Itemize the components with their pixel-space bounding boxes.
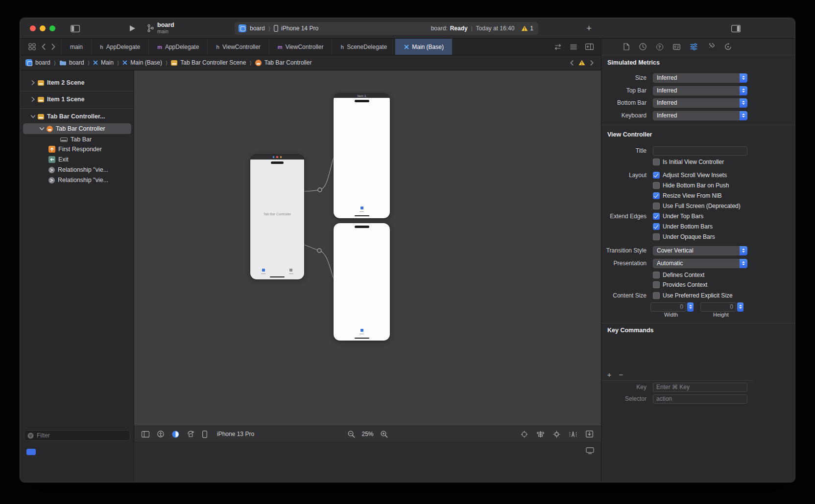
file-inspector-icon[interactable] — [623, 43, 629, 50]
jumpbar-item-storyboard-base[interactable]: Main (Base) — [122, 59, 162, 66]
disclosure-icon[interactable] — [31, 114, 35, 119]
scene-dock[interactable] — [250, 155, 304, 160]
tab-main-base[interactable]: Main (Base) — [395, 39, 452, 55]
tab-overview-icon[interactable] — [28, 43, 36, 50]
previous-issue-icon[interactable] — [570, 60, 574, 66]
jumpbar-item-storyboard[interactable]: Main — [93, 59, 114, 66]
resolve-autolayout-icon[interactable] — [569, 431, 577, 437]
appearance-variants-icon[interactable] — [172, 431, 179, 438]
activity-status-pill[interactable]: board ⟩ iPhone 14 Pro board: Ready | Tod… — [235, 22, 538, 35]
jumpbar-item-folder[interactable]: board — [59, 59, 84, 66]
disclosure-icon[interactable] — [31, 97, 35, 102]
zoom-out-icon[interactable] — [347, 431, 355, 438]
tab-main[interactable]: main — [61, 39, 91, 55]
outline-tab-bar-controller[interactable]: Tab Bar Controller — [20, 124, 134, 134]
under-bottom-bars-checkbox[interactable] — [653, 223, 660, 230]
top-bar-dropdown[interactable]: Inferred — [653, 86, 747, 95]
back-icon[interactable] — [42, 44, 46, 50]
fullscreen-window-button[interactable] — [49, 25, 55, 31]
is-initial-checkbox[interactable] — [653, 159, 660, 165]
outline-filter-field[interactable] — [24, 430, 130, 441]
scene-item-2-view-controller[interactable] — [334, 223, 390, 341]
toggle-inspector-icon[interactable] — [731, 25, 741, 32]
attributes-inspector-icon[interactable] — [690, 43, 697, 50]
disclosure-icon[interactable] — [31, 80, 35, 85]
provides-context-checkbox[interactable] — [653, 281, 660, 288]
outline-tab-bar[interactable]: Tab Bar — [20, 135, 134, 144]
jumpbar-item-scene[interactable]: Tab Bar Controller Scene — [171, 59, 246, 66]
tab-viewcontroller-h[interactable]: hViewController — [207, 39, 269, 55]
height-stepper[interactable] — [737, 302, 743, 312]
zoom-in-icon[interactable] — [381, 431, 388, 438]
hide-bottom-bar-checkbox[interactable] — [653, 182, 660, 189]
toggle-navigator-icon[interactable] — [71, 25, 80, 32]
presentation-dropdown[interactable]: Automatic — [653, 259, 747, 268]
defines-context-checkbox[interactable] — [653, 272, 660, 278]
jumpbar-item-project[interactable]: board — [25, 59, 50, 66]
history-inspector-icon[interactable] — [639, 43, 647, 50]
active-filter-toggle[interactable] — [26, 449, 36, 455]
exit-dot-icon[interactable] — [280, 156, 282, 158]
close-window-button[interactable] — [30, 25, 36, 31]
outline-item-1-scene[interactable]: Item 1 Scene — [20, 94, 134, 104]
toggle-outline-icon[interactable] — [142, 431, 149, 437]
update-frames-icon[interactable] — [521, 431, 528, 438]
keyboard-dropdown[interactable]: Inferred — [653, 111, 747, 120]
explicit-size-checkbox[interactable] — [653, 292, 660, 299]
destination-project[interactable]: board — [250, 25, 265, 32]
disclosure-icon[interactable] — [40, 126, 44, 131]
destination-device[interactable]: iPhone 14 Pro — [281, 25, 318, 32]
issue-warning-icon[interactable] — [578, 60, 585, 66]
tab-bar-item-icon[interactable] — [360, 329, 363, 332]
transition-style-dropdown[interactable]: Cover Vertical — [653, 246, 747, 255]
view-controller-dot-icon[interactable] — [273, 156, 275, 158]
run-button[interactable] — [129, 25, 136, 32]
add-constraints-icon[interactable] — [553, 431, 560, 438]
outline-exit[interactable]: Exit — [20, 155, 134, 164]
connections-inspector-icon[interactable] — [724, 43, 732, 50]
resize-view-checkbox[interactable] — [653, 192, 660, 199]
jumpbar-item-controller[interactable]: Tab Bar Controller — [255, 59, 312, 66]
next-issue-icon[interactable] — [590, 60, 594, 66]
outline-tab-bar-controller-scene[interactable]: Tab Bar Controller... — [20, 112, 134, 121]
under-opaque-bars-checkbox[interactable] — [653, 233, 660, 240]
tab-item-1-icon[interactable] — [262, 269, 265, 272]
warning-badge[interactable]: 1 — [521, 25, 533, 32]
selector-input[interactable] — [653, 394, 747, 404]
preview-device-name[interactable]: iPhone 13 Pro — [217, 431, 254, 437]
outline-relationship-2[interactable]: Relationship "vie... — [20, 175, 134, 185]
add-editor-icon[interactable] — [585, 44, 594, 50]
interface-builder-canvas[interactable]: Tab Bar Controller Item 1 — [134, 70, 601, 482]
width-input[interactable] — [650, 302, 686, 312]
forward-icon[interactable] — [51, 44, 55, 50]
align-icon[interactable] — [537, 431, 544, 437]
quick-help-inspector-icon[interactable]: ? — [656, 44, 663, 50]
title-input[interactable] — [653, 146, 747, 156]
scheme-project-block[interactable]: board main — [147, 22, 174, 34]
minimize-window-button[interactable] — [40, 25, 46, 31]
embed-in-icon[interactable] — [586, 431, 593, 437]
bottom-bar-dropdown[interactable]: Inferred — [653, 98, 747, 108]
filter-input[interactable] — [37, 432, 127, 439]
remove-key-command-button[interactable]: − — [617, 370, 625, 379]
zoom-level[interactable]: 25% — [361, 431, 373, 437]
size-inspector-icon[interactable] — [707, 43, 715, 50]
tab-appdelegate-h[interactable]: hAppDelegate — [91, 39, 148, 55]
library-add-button[interactable]: + — [586, 23, 592, 34]
scene-header[interactable]: Item 1 — [334, 93, 390, 98]
identity-inspector-icon[interactable] — [673, 44, 680, 50]
size-dropdown[interactable]: Inferred — [653, 73, 747, 83]
outline-relationship-1[interactable]: Relationship "vie... — [20, 165, 134, 175]
outline-first-responder[interactable]: First Responder — [20, 144, 134, 154]
accessibility-icon[interactable] — [157, 431, 164, 437]
key-input[interactable] — [653, 383, 747, 392]
height-input[interactable] — [700, 302, 736, 312]
tab-appdelegate-m[interactable]: mAppDelegate — [148, 39, 207, 55]
scene-item-1-view-controller[interactable]: Item 1 — [334, 93, 390, 218]
scene-tab-bar-controller[interactable]: Tab Bar Controller — [250, 155, 304, 279]
full-screen-checkbox[interactable] — [653, 203, 660, 209]
tab-item-2-icon[interactable] — [289, 269, 292, 272]
tab-viewcontroller-m[interactable]: mViewController — [269, 39, 332, 55]
tab-scenedelegate-h[interactable]: hSceneDelegate — [332, 39, 395, 55]
under-top-bars-checkbox[interactable] — [653, 213, 660, 220]
